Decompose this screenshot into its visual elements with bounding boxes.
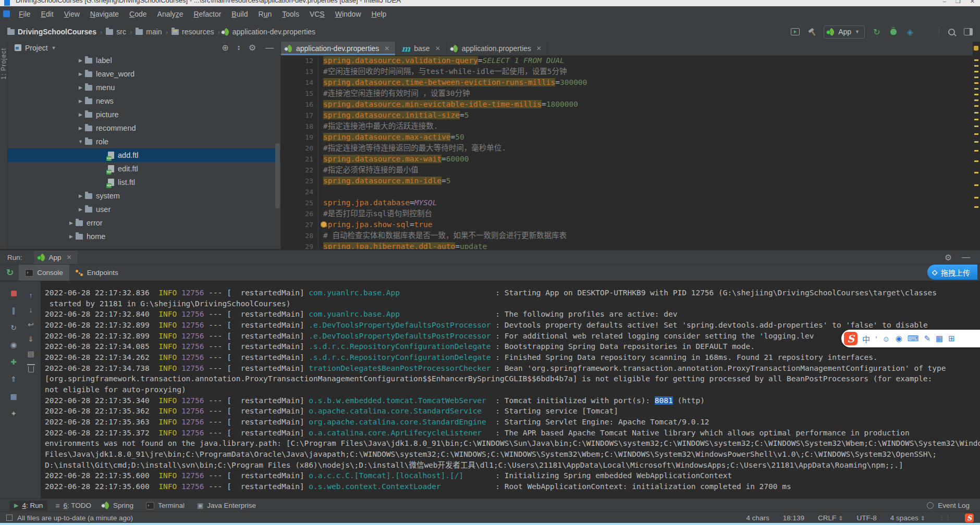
menu-window[interactable]: Window [330,10,366,18]
intention-bulb-icon[interactable] [321,221,327,228]
tree-item-label[interactable]: ▶label [7,54,280,67]
tree-item-picture[interactable]: ▶picture [7,108,280,121]
tree-item-system[interactable]: ▶system [7,189,280,203]
ime-icon[interactable]: ☺ [882,334,890,343]
menu-tools[interactable]: Tools [277,10,304,18]
soft-wrap-icon[interactable]: ↩ [26,319,35,330]
sogou-logo-icon[interactable]: S [844,332,858,345]
up-stack-icon[interactable]: ↑ [26,290,35,301]
tree-item-home[interactable]: ▶home [7,230,280,243]
menu-build[interactable]: Build [226,10,253,18]
thread-dump-icon[interactable]: ◉ [9,340,18,350]
ime-toolbar[interactable]: S 中’☺◉⌨✎▦⊞ [841,330,980,347]
status-crlf[interactable]: CRLF⇕ [818,514,843,522]
status-utf-8[interactable]: UTF-8 [856,514,876,522]
chevron-collapsed-icon[interactable]: ▶ [76,71,85,77]
ime-icon[interactable]: ✎ [924,334,930,343]
chevron-collapsed-icon[interactable]: ▶ [76,85,85,90]
breadcrumb-application-dev-properties[interactable]: application-dev.properties [224,28,315,36]
run-config-combo[interactable]: App▼ [824,26,865,39]
tree-item-menu[interactable]: ▶menu [7,81,280,94]
breadcrumb-main[interactable]: main [136,28,162,36]
run-tab-app[interactable]: App ✕ [34,251,78,264]
tree-item-list-ftl[interactable]: list.ftl [7,176,280,189]
restart-icon[interactable]: ↻ [9,322,18,333]
breadcrumb-drivingschoolcourses[interactable]: DrivingSchoolCourses [7,28,96,36]
tree-item-leave-word[interactable]: ▶leave_word [7,67,280,81]
coverage-icon[interactable]: ◈ [905,26,915,38]
ime-icon[interactable]: ◉ [896,334,902,343]
build-hammer-icon[interactable] [807,26,816,38]
tree-item-recommend[interactable]: ▶recommend [7,121,280,135]
menu-analyze[interactable]: Analyze [152,10,189,18]
menu-refactor[interactable]: Refactor [188,10,226,18]
tab-endpoints[interactable]: Endpoints [69,265,125,281]
project-panel-title[interactable]: Project [25,44,48,52]
settings-icon[interactable]: ⚙ [944,251,953,264]
coverage-icon[interactable]: ✚ [9,357,18,367]
chevron-collapsed-icon[interactable]: ▶ [76,112,85,117]
project-scrollbar[interactable] [275,143,280,208]
ime-icon[interactable]: ⌨ [908,334,919,343]
window-controls[interactable]: –❐✕ [943,0,975,5]
rerun-icon[interactable]: ↻ [6,267,14,278]
chevron-collapsed-icon[interactable]: ▶ [76,58,85,63]
stop-icon[interactable] [922,26,932,38]
event-log-button[interactable]: Event Log [927,502,980,509]
tree-item-add-ftl[interactable]: add.ftl [7,148,280,162]
close-icon[interactable]: ✕ [384,45,389,52]
chevron-collapsed-icon[interactable]: ▶ [67,234,76,239]
stop-icon[interactable] [11,288,17,298]
menu-navigate[interactable]: Navigate [85,10,124,18]
status-18-139[interactable]: 18:139 [783,514,804,522]
window-control-icon[interactable]: – [943,0,946,5]
tree-item-edit-ftl[interactable]: edit.ftl [7,162,280,176]
chevron-collapsed-icon[interactable]: ▶ [76,207,85,212]
settings-icon[interactable]: ⚙ [248,42,257,54]
chevron-collapsed-icon[interactable]: ▶ [76,193,85,198]
search-everywhere-icon[interactable] [947,26,956,38]
toolwindow-java-enterprise[interactable]: ▣Java Enterprise [192,501,261,510]
ime-icon[interactable]: ⊞ [948,334,955,343]
menu-file[interactable]: File [14,10,36,18]
window-titlebar[interactable]: DrivingSchoolCourses [G:\shejing\Driving… [0,0,980,6]
close-icon[interactable]: ✕ [67,254,72,261]
sogou-badge-icon[interactable]: S [965,514,974,522]
scroll-end-icon[interactable]: ⇓ [26,334,35,344]
menu-run[interactable]: Run [253,10,277,18]
tree-item-error[interactable]: ▶error [7,216,280,230]
run-anything-icon[interactable] [790,26,800,38]
hide-icon[interactable]: — [961,251,971,264]
toolwindow-6-todo[interactable]: ≡6: TODO [51,501,96,511]
menu-code[interactable]: Code [124,10,152,18]
ime-icon[interactable]: ▦ [936,334,943,343]
ime-icon[interactable]: 中 [862,333,870,344]
editor-scrollbar[interactable] [973,42,980,249]
status-4-chars[interactable]: 4 chars [746,514,769,522]
tree-item-user[interactable]: ▶user [7,203,280,216]
layout-icon[interactable]: ▦ [9,391,18,402]
run-icon[interactable]: ↻ [872,26,881,38]
chevron-down-icon[interactable]: ▼ [52,45,56,51]
pause-output-icon[interactable]: ∥ [9,305,18,316]
close-icon[interactable]: ✕ [536,45,542,52]
pin-icon[interactable]: ✦ [9,408,18,419]
window-control-icon[interactable]: ✕ [970,0,975,5]
project-tree[interactable]: ▶label▶leave_word▶menu▶news▶picture▶reco… [7,54,280,249]
menu-edit[interactable]: Edit [36,10,59,18]
window-control-icon[interactable]: ❐ [956,0,961,5]
debug-icon[interactable] [889,26,898,38]
breadcrumb-src[interactable]: src [106,28,126,36]
close-icon[interactable]: ✕ [435,45,440,52]
hide-icon[interactable]: — [265,42,274,54]
ime-icon[interactable]: ’ [875,334,877,343]
editor-tab-application-dev-properties[interactable]: application-dev.properties✕ [281,42,396,55]
chevron-collapsed-icon[interactable]: ▶ [76,98,85,104]
toolwindow-spring[interactable]: Spring [99,501,138,510]
print-icon[interactable]: ▤ [26,348,35,359]
locate-icon[interactable]: ⊕ [220,42,230,54]
editor-code[interactable]: 12spring.datasource.validation-query=SEL… [281,55,973,249]
down-stack-icon[interactable]: ↓ [26,305,35,315]
menu-help[interactable]: Help [366,10,392,18]
breadcrumb-resources[interactable]: resources [172,28,214,36]
